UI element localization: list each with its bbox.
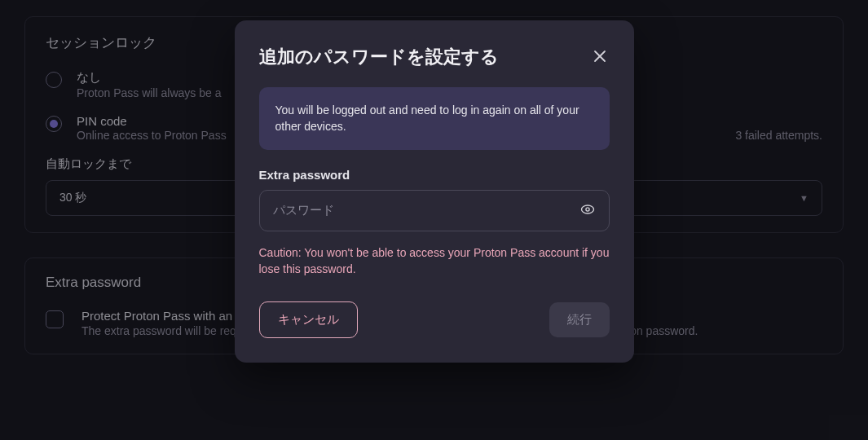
eye-icon[interactable] <box>579 201 596 220</box>
info-banner: You will be logged out and need to log i… <box>259 87 610 150</box>
caution-text: Caution: You won't be able to access you… <box>259 244 610 278</box>
extra-password-field-label: Extra password <box>259 168 610 182</box>
password-placeholder: パスワード <box>273 203 334 218</box>
svg-point-2 <box>581 205 593 213</box>
continue-button[interactable]: 続行 <box>549 302 610 337</box>
modal-title: 追加のパスワードを設定する <box>259 45 499 69</box>
svg-point-3 <box>585 208 588 211</box>
cancel-button[interactable]: キャンセル <box>259 301 358 338</box>
extra-password-input[interactable]: パスワード <box>259 190 610 231</box>
close-icon[interactable] <box>590 46 610 68</box>
extra-password-modal: 追加のパスワードを設定する You will be logged out and… <box>235 20 634 363</box>
